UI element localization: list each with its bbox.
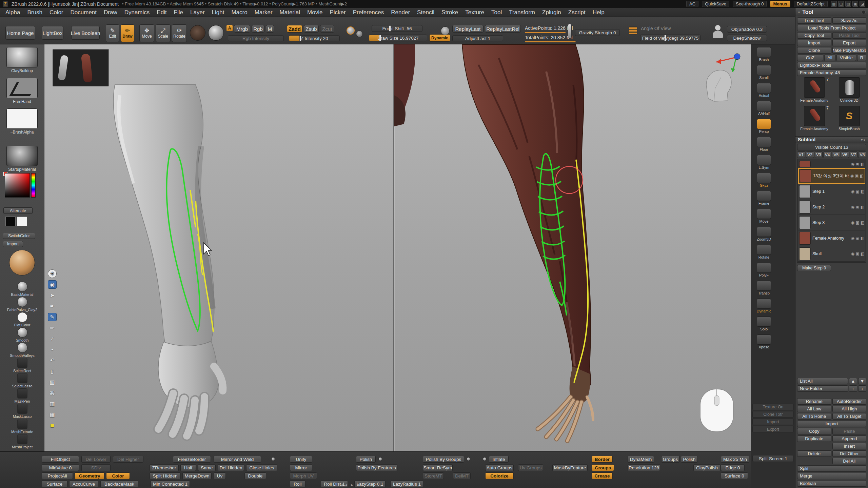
zremesher-button[interactable]: ZRemesher [150,464,179,471]
aahalf-icon[interactable]: AAHalf [753,101,775,116]
paint-icon[interactable]: ▣ [855,236,859,241]
new-folder-button[interactable]: New Folder [797,385,848,392]
move-top-icon[interactable]: ↑ [849,385,857,392]
mask-by-feature-button[interactable]: MaskByFeature [552,464,588,471]
subtool-version-tab[interactable]: V3 [815,151,823,158]
paint-icon[interactable]: ▣ [855,162,859,166]
draw-size-slider[interactable]: Draw Size 16.97027 [369,35,427,41]
gxyz-icon[interactable]: Gxyz [753,173,775,187]
scroll-icon[interactable]: Scroll [753,65,775,80]
subtool-copy-button[interactable]: Copy [797,428,831,434]
menu-item[interactable]: Color [50,9,63,16]
mirror-button[interactable]: Mirror [290,464,312,471]
zsub-button[interactable]: Zsub [304,25,319,33]
lazy-radius-slider[interactable]: LazyRadius 1 [391,481,423,487]
weld-toggle-icon[interactable] [271,457,275,461]
texture-group-button[interactable]: Clone Txtr [752,411,794,418]
menu-item[interactable]: Tool [491,9,502,16]
clone-button[interactable]: Clone [797,47,831,54]
sculpt-icon[interactable]: ◧ [860,174,864,178]
goz-visible-button[interactable]: Visible [836,55,856,61]
polish-by-groups-button[interactable]: Polish By Groups [423,456,464,463]
mirror-and-weld-button[interactable]: Mirror And Weld [214,456,261,463]
cursor-icon[interactable]: ➤ [48,291,57,300]
menu-item[interactable]: Picker [330,9,346,16]
edge-slider[interactable]: Edge 0 [721,464,745,471]
goz-button[interactable]: GoZ [797,55,823,61]
zpen-icon[interactable]: ✒ [48,302,57,310]
menu-item[interactable]: Stencil [417,9,434,16]
swatch-yellow-icon[interactable]: ■ [48,421,57,430]
move-nav-icon[interactable]: Move [753,209,775,223]
menu-item[interactable]: Zplugin [542,9,561,16]
accu-curve-button[interactable]: AccuCurve [69,481,98,487]
uv-groups-button[interactable]: Uv Groups [518,464,543,471]
boolean-section-button[interactable]: Boolean [797,480,866,487]
quicksave-button[interactable]: QuickSave [702,1,729,7]
dynamic-button[interactable]: Dynamic [429,34,450,42]
layout-columns-icon[interactable]: ◫ [838,1,844,7]
subtool-row[interactable]: 13강 여성 3단계 바디 조각 - [삼각 ◉▣◧ [798,168,865,184]
texture-group-button[interactable]: Export [752,426,794,432]
actual-icon[interactable]: Actual [753,83,775,98]
smart-resym-button[interactable]: Smart ReSym [423,464,453,471]
polyframe-icon[interactable]: PolyF [753,263,775,277]
ac-button[interactable]: AC [686,1,698,7]
layout-float-icon[interactable]: ▣ [852,1,858,7]
resolution-slider[interactable]: Resolution 128 [628,464,660,471]
menu-item[interactable]: Draw [104,9,117,16]
copy-tool-button[interactable]: Copy Tool [797,32,831,39]
focal-shift-icon[interactable] [347,26,355,35]
subtool-section-header[interactable]: Subtool▾ ▸ [795,136,868,143]
color-button[interactable]: Color [106,472,130,479]
document-canvas[interactable]: ☀◉➤✒✎✏∕•↶▯▧⌘▥▦■ [44,44,751,451]
scale-button[interactable]: ⤢Scale [156,24,171,42]
menu-item[interactable]: Macro [231,9,247,16]
current-brush-icon[interactable] [190,25,205,41]
edit-button[interactable]: ✎Edit [106,24,119,42]
menu-item[interactable]: Movie [307,9,322,16]
sculpt-icon[interactable]: ◧ [861,236,864,241]
dynamic-persp-icon[interactable]: Dynamic [753,299,775,313]
gravity-strength-slider[interactable]: Gravity Strength 0 [575,29,620,36]
merge-section-button[interactable]: Merge [797,473,866,479]
sculpt-icon[interactable]: ◧ [861,251,864,256]
eye-icon[interactable]: ◉ [851,236,854,241]
dynamesh-groups-button[interactable]: Groups [661,456,679,463]
see-through-slider[interactable]: See-through 0 [733,1,767,7]
del-other-button[interactable]: Del Other [832,450,867,457]
home-page-button[interactable]: Home Page [5,26,35,40]
pen-icon[interactable]: ✎ [48,313,57,321]
subtool-version-tab[interactable]: V5 [832,151,840,158]
surface-slider[interactable]: Surface 0 [721,472,748,479]
roll-button[interactable]: Roll [290,481,305,487]
obj-shadow-slider[interactable]: ObjShadow 0.3 [727,26,767,33]
texture-group-button[interactable]: Texture On [752,404,794,410]
geometry-button[interactable]: Geometry [75,472,104,479]
lightbox-button[interactable]: LightBox [42,26,63,40]
pin-icon[interactable] [862,10,866,14]
layout-rows-icon[interactable]: ▤ [845,1,851,7]
z-intensity-slider[interactable]: Z Intensity 20 [289,35,340,41]
document-minimap[interactable] [53,49,109,86]
save-as-button[interactable]: Save As [832,17,867,24]
palette-icon[interactable]: ▦ [48,410,57,419]
subtool-version-tab[interactable]: V4 [823,151,831,158]
subtool-row[interactable]: Step 2 ◉▣◧ [798,199,865,215]
all-high-button[interactable]: All High [832,406,867,412]
menu-item[interactable]: Edit [157,9,166,16]
menu-item[interactable]: Texture [465,9,484,16]
append-button[interactable]: Append [832,435,867,442]
mid-value-slider[interactable]: MidValue 0 [42,464,79,471]
collapse-icon[interactable]: « [798,9,800,15]
split-screen-slider[interactable]: Split Screen 1 [752,455,794,462]
border-button[interactable]: Border [592,456,613,463]
clay-polish-button[interactable]: ClayPolish [693,464,721,471]
dot-icon[interactable]: • [48,345,57,354]
polish-button[interactable]: Polish [356,456,376,463]
menu-item[interactable]: Zscript [568,9,586,16]
layout-grid-icon[interactable]: ▦ [831,1,837,7]
max-min-slider[interactable]: Max 25 Min [721,456,749,463]
paint-icon[interactable]: ▣ [855,220,859,225]
auto-groups-button[interactable]: Auto Groups [485,464,514,471]
